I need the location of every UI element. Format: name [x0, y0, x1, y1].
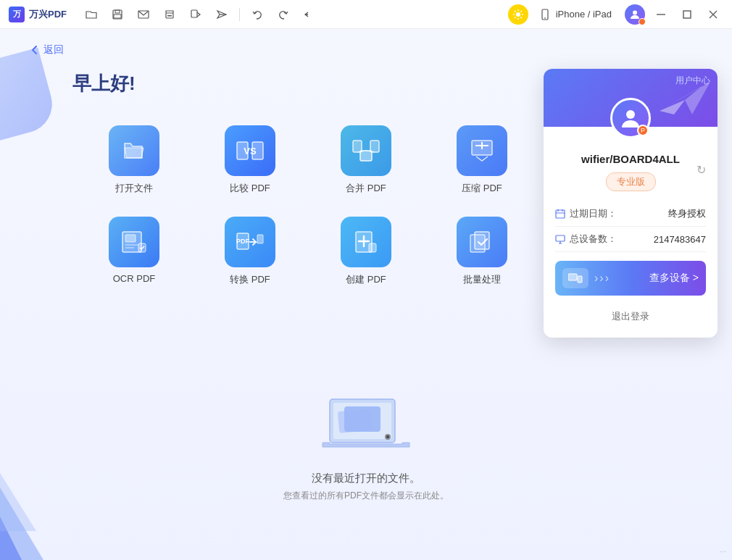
titlebar-right: iPhone / iPad: [508, 4, 723, 25]
svg-point-8: [516, 12, 520, 17]
merge-pdf-icon: [341, 125, 391, 176]
create-pdf-feature[interactable]: 创建 PDF: [319, 209, 413, 293]
no-recent-files-section: 没有最近打开的文件。 您查看过的所有PDF文件都会显示在此处。: [0, 385, 732, 502]
svg-marker-57: [660, 100, 685, 114]
svg-rect-66: [568, 274, 577, 280]
svg-line-14: [520, 17, 522, 18]
svg-line-16: [515, 17, 516, 18]
popup-avatar-container: P: [610, 98, 651, 138]
toolbar-divider: [239, 8, 240, 21]
svg-point-52: [386, 435, 389, 438]
devices-row: 总设备数： 2147483647: [555, 227, 706, 252]
back-button[interactable]: 返回: [29, 43, 703, 57]
svg-rect-59: [556, 210, 565, 218]
print-button[interactable]: [159, 4, 180, 25]
open-folder-button[interactable]: [81, 4, 101, 25]
svg-rect-46: [475, 232, 489, 249]
svg-line-15: [520, 11, 522, 12]
user-center-link[interactable]: 用户中心: [675, 75, 710, 87]
svg-rect-63: [556, 235, 565, 241]
devices-value: 2147483647: [654, 234, 706, 245]
restore-button[interactable]: [677, 4, 697, 25]
bottom-left-decor: [0, 415, 72, 560]
svg-rect-40: [257, 235, 263, 243]
batch-process-feature[interactable]: 批量处理: [435, 209, 529, 293]
toolbar: [81, 4, 320, 25]
svg-rect-21: [683, 11, 691, 18]
popup-avatar-badge: P: [637, 125, 649, 136]
monitor-icon: [555, 234, 565, 244]
logout-button[interactable]: 退出登录: [555, 304, 706, 326]
undo-button[interactable]: [247, 4, 267, 25]
more-button[interactable]: [299, 4, 320, 25]
laptop-illustration: [308, 385, 424, 472]
export-button[interactable]: [186, 4, 206, 25]
compare-pdf-label: 比较 PDF: [230, 182, 270, 195]
svg-rect-6: [191, 10, 197, 17]
compress-pdf-feature[interactable]: 压缩 PDF: [435, 118, 529, 202]
user-popup: 用户中心 P ↻ wifier/BOARD4ALL 专业版: [544, 69, 718, 338]
plan-badge: 专业版: [606, 172, 656, 191]
email-button[interactable]: [133, 4, 154, 25]
svg-point-58: [626, 110, 635, 119]
convert-pdf-icon: PDF: [225, 217, 275, 267]
merge-pdf-feature[interactable]: 合并 PDF: [319, 118, 413, 202]
save-button[interactable]: [107, 4, 128, 25]
svg-rect-27: [353, 141, 362, 152]
more-devices-label: 查多设备 >: [649, 272, 699, 285]
svg-text:PDF: PDF: [236, 238, 250, 245]
device-button[interactable]: iPhone / iPad: [534, 6, 619, 23]
batch-process-label: 批量处理: [463, 273, 501, 286]
svg-rect-44: [369, 243, 376, 252]
expiry-row: 过期日期： 终身授权: [555, 201, 706, 227]
refresh-button[interactable]: ↻: [696, 163, 706, 177]
main-content: 返回 早上好! 打开文件 VS 比较 PDF: [0, 29, 732, 560]
no-files-subtitle: 您查看过的所有PDF文件都会显示在此处。: [283, 490, 449, 502]
svg-point-19: [633, 10, 637, 14]
convert-pdf-label: 转换 PDF: [230, 273, 270, 286]
bottom-right-indicator: ···: [720, 547, 726, 556]
batch-process-icon: [457, 217, 507, 267]
popup-body: wifier/BOARD4ALL 专业版 过期日期： 终身授权: [544, 127, 718, 338]
corner-decor-top-left: [0, 48, 59, 142]
minimize-button[interactable]: [651, 4, 671, 25]
open-file-label: 打开文件: [115, 182, 153, 195]
calendar-icon: [555, 209, 565, 219]
expiry-label: 过期日期：: [555, 207, 617, 220]
open-file-icon: [109, 125, 159, 176]
create-pdf-icon: [341, 217, 391, 267]
svg-rect-28: [370, 141, 379, 152]
theme-toggle-button[interactable]: [508, 4, 528, 25]
app-logo: 万兴PDF: [9, 7, 67, 22]
app-name: 万兴PDF: [29, 8, 67, 21]
popup-username: wifier/BOARD4ALL: [555, 153, 706, 165]
device-label: iPhone / iPad: [556, 9, 612, 20]
user-notification-badge: [639, 18, 646, 25]
ocr-pdf-feature[interactable]: OCR PDF: [87, 209, 181, 293]
devices-label: 总设备数：: [555, 233, 617, 246]
back-label: 返回: [43, 43, 64, 57]
compare-pdf-feature[interactable]: VS 比较 PDF: [203, 118, 297, 202]
redo-button[interactable]: [273, 4, 294, 25]
svg-rect-5: [167, 15, 172, 17]
convert-pdf-feature[interactable]: PDF 转换 PDF: [203, 209, 297, 293]
popup-user-avatar: P: [610, 98, 651, 138]
no-files-title: 没有最近打开的文件。: [312, 472, 420, 485]
send-button[interactable]: [212, 4, 232, 25]
more-devices-button[interactable]: ››› 查多设备 >: [555, 261, 706, 296]
open-file-feature[interactable]: 打开文件: [87, 118, 181, 202]
svg-rect-67: [578, 276, 582, 283]
compare-pdf-icon: VS: [225, 125, 275, 176]
svg-rect-29: [360, 151, 372, 161]
user-avatar-button[interactable]: [625, 4, 645, 25]
svg-marker-55: [0, 473, 36, 531]
logo-icon: [9, 7, 25, 22]
expiry-value: 终身授权: [668, 207, 706, 220]
ocr-pdf-icon: [109, 217, 159, 267]
ocr-pdf-label: OCR PDF: [113, 273, 156, 284]
compress-pdf-icon: [457, 125, 507, 176]
close-button[interactable]: [703, 4, 723, 25]
compress-pdf-label: 压缩 PDF: [462, 182, 502, 195]
svg-rect-34: [125, 235, 136, 242]
more-devices-icon: [562, 268, 588, 288]
